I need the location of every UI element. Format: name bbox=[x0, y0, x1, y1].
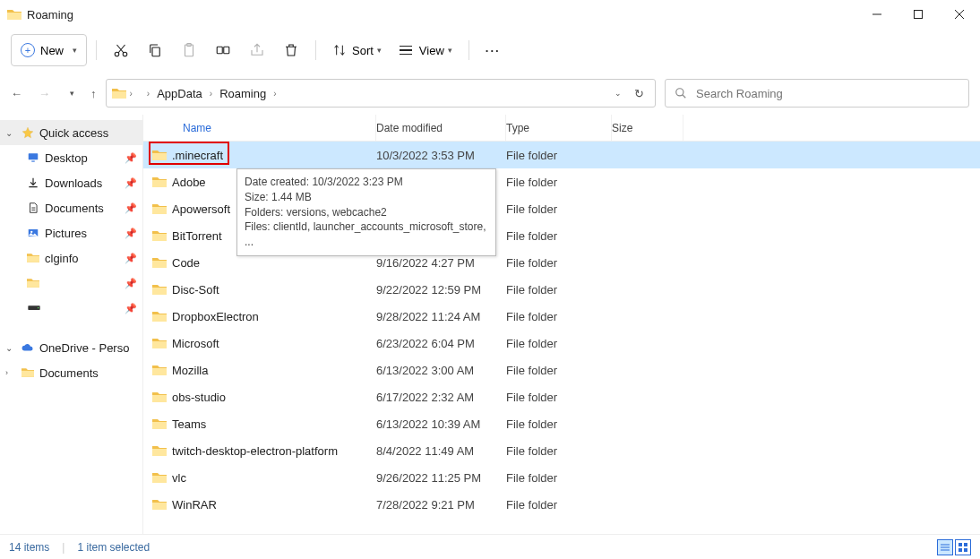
cut-button[interactable] bbox=[106, 34, 136, 66]
chevron-down-icon: ⌄ bbox=[5, 128, 16, 138]
back-button[interactable]: ← bbox=[11, 87, 22, 100]
thumbnails-view-button[interactable] bbox=[955, 539, 971, 555]
sidebar-item[interactable]: 📌 bbox=[0, 296, 142, 321]
download-icon bbox=[27, 176, 39, 189]
column-header-name[interactable]: Name bbox=[143, 115, 376, 141]
table-row[interactable]: twitch-desktop-electron-platform8/4/2022… bbox=[143, 437, 980, 464]
column-headers: Name Date modified Type Size bbox=[143, 115, 980, 142]
table-row[interactable]: vlc9/26/2022 11:25 PMFile folder bbox=[143, 464, 980, 491]
sidebar-item-onedrive[interactable]: ⌄ OneDrive - Perso bbox=[0, 335, 142, 360]
pin-icon: 📌 bbox=[125, 152, 137, 164]
file-date: 6/23/2022 6:04 PM bbox=[376, 337, 506, 350]
breadcrumb[interactable]: Roaming bbox=[216, 85, 270, 102]
table-row[interactable]: Microsoft6/23/2022 6:04 PMFile folder bbox=[143, 330, 980, 357]
file-date: 10/3/2022 3:53 PM bbox=[376, 149, 506, 162]
folder-icon bbox=[152, 338, 167, 349]
chevron-right-icon: › bbox=[147, 89, 150, 99]
pin-icon: 📌 bbox=[125, 303, 137, 314]
close-button[interactable] bbox=[939, 0, 980, 29]
file-type: File folder bbox=[506, 471, 612, 485]
table-row[interactable]: .minecraft10/3/2022 3:53 PMFile folder bbox=[143, 142, 980, 168]
paste-button bbox=[174, 34, 204, 66]
column-header-type[interactable]: Type bbox=[506, 115, 612, 141]
svg-point-16 bbox=[30, 231, 32, 233]
file-name: DropboxElectron bbox=[172, 310, 259, 323]
search-input[interactable] bbox=[696, 87, 959, 100]
picture-icon bbox=[27, 227, 39, 239]
svg-rect-10 bbox=[224, 47, 229, 54]
sidebar-item[interactable]: clginfo📌 bbox=[0, 245, 142, 271]
refresh-button[interactable]: ↻ bbox=[634, 87, 644, 100]
delete-button[interactable] bbox=[276, 34, 306, 66]
status-selected: 1 item selected bbox=[77, 541, 150, 554]
table-row[interactable]: Disc-Soft9/22/2022 12:59 PMFile folder bbox=[143, 276, 980, 303]
nav-row: ← → ▾ ↑ › › AppData › Roaming › ⌄ ↻ bbox=[0, 72, 980, 115]
file-type: File folder bbox=[506, 149, 612, 162]
table-row[interactable]: Mozilla6/13/2022 3:00 AMFile folder bbox=[143, 357, 980, 383]
search-box[interactable] bbox=[665, 79, 969, 108]
file-date: 9/16/2022 4:27 PM bbox=[376, 256, 506, 270]
history-dropdown[interactable]: ⌄ bbox=[615, 89, 622, 98]
file-name: Teams bbox=[172, 417, 206, 431]
svg-line-12 bbox=[683, 95, 686, 99]
svg-point-18 bbox=[38, 307, 39, 308]
maximize-button[interactable] bbox=[898, 0, 939, 29]
svg-rect-14 bbox=[31, 161, 35, 162]
document-icon bbox=[27, 202, 39, 214]
file-date: 8/4/2022 11:49 AM bbox=[376, 444, 506, 458]
file-list-pane: Name Date modified Type Size .minecraft1… bbox=[143, 115, 980, 534]
details-view-button[interactable] bbox=[937, 539, 953, 555]
minimize-button[interactable] bbox=[856, 0, 898, 29]
file-type: File folder bbox=[506, 337, 612, 350]
view-button[interactable]: View ▾ bbox=[392, 34, 460, 66]
sidebar-item[interactable]: Desktop📌 bbox=[0, 145, 142, 170]
sidebar-item[interactable]: Pictures📌 bbox=[0, 220, 142, 245]
folder-icon bbox=[27, 278, 39, 288]
more-button[interactable]: ··· bbox=[478, 34, 508, 66]
breadcrumb[interactable]: AppData bbox=[153, 85, 206, 102]
up-button[interactable]: ↑ bbox=[90, 87, 97, 100]
chevron-down-icon: ⌄ bbox=[5, 343, 16, 353]
column-header-size[interactable]: Size bbox=[612, 115, 683, 141]
sidebar-item[interactable]: 📌 bbox=[0, 271, 142, 296]
table-row[interactable]: Teams6/13/2022 10:39 AMFile folder bbox=[143, 410, 980, 437]
chevron-right-icon: › bbox=[210, 89, 212, 99]
file-name: Disc-Soft bbox=[172, 283, 219, 297]
folder-icon bbox=[152, 499, 167, 511]
sidebar-item-quick-access[interactable]: ⌄ Quick access bbox=[0, 120, 142, 145]
sidebar-item-label: clginfo bbox=[45, 252, 79, 265]
sidebar-item[interactable]: Downloads📌 bbox=[0, 170, 142, 195]
file-name: obs-studio bbox=[172, 391, 226, 404]
folder-icon bbox=[152, 472, 167, 484]
sort-icon bbox=[332, 43, 347, 57]
file-date: 9/22/2022 12:59 PM bbox=[376, 283, 506, 297]
column-header-date[interactable]: Date modified bbox=[376, 115, 506, 141]
address-bar[interactable]: › › AppData › Roaming › ⌄ ↻ bbox=[106, 79, 657, 108]
rename-button[interactable] bbox=[208, 34, 238, 66]
table-row[interactable]: WinRAR7/28/2022 9:21 PMFile folder bbox=[143, 491, 980, 518]
file-name: WinRAR bbox=[172, 498, 217, 512]
status-item-count: 14 items bbox=[9, 541, 49, 554]
breadcrumb[interactable] bbox=[136, 91, 143, 95]
copy-button[interactable] bbox=[140, 34, 170, 66]
table-row[interactable]: obs-studio6/17/2022 2:32 AMFile folder bbox=[143, 383, 980, 410]
svg-rect-23 bbox=[964, 543, 967, 546]
file-type: File folder bbox=[506, 229, 612, 243]
sidebar-item-documents[interactable]: › Documents bbox=[0, 360, 142, 385]
chevron-down-icon: ▾ bbox=[73, 46, 77, 55]
star-icon bbox=[21, 126, 34, 139]
sidebar-item[interactable]: Documents📌 bbox=[0, 195, 142, 220]
new-button[interactable]: + New ▾ bbox=[11, 34, 87, 66]
svg-rect-13 bbox=[29, 153, 39, 159]
status-bar: 14 items | 1 item selected bbox=[0, 534, 980, 559]
pin-icon: 📌 bbox=[125, 253, 137, 264]
sort-button[interactable]: Sort ▾ bbox=[325, 34, 389, 66]
file-type: File folder bbox=[506, 256, 612, 270]
recent-locations-button[interactable]: ▾ bbox=[70, 89, 74, 98]
folder-icon bbox=[152, 365, 167, 376]
svg-rect-22 bbox=[959, 543, 962, 546]
tooltip-line: Folders: versions, webcache2 bbox=[245, 205, 488, 220]
file-name: Microsoft bbox=[172, 337, 219, 350]
tooltip-line: Date created: 10/3/2022 3:23 PM bbox=[245, 175, 488, 190]
table-row[interactable]: DropboxElectron9/28/2022 11:24 AMFile fo… bbox=[143, 303, 980, 330]
